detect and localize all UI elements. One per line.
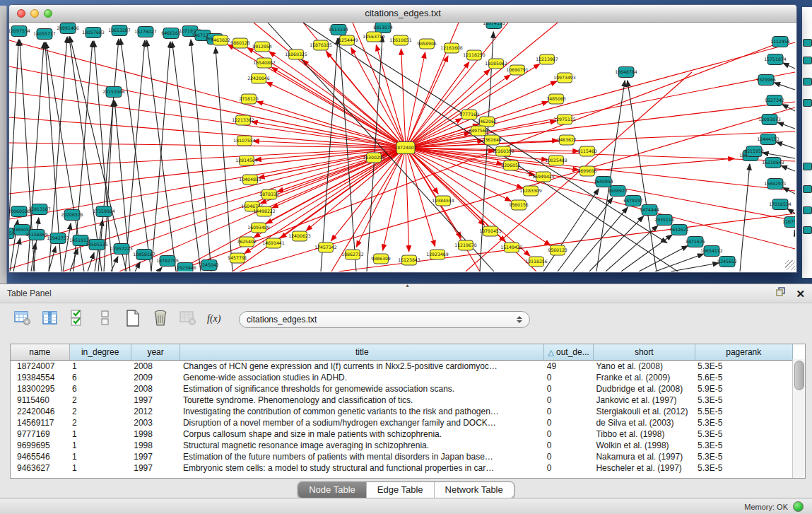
minimize-window-button[interactable] <box>30 9 39 18</box>
table-cell: 2012 <box>131 406 180 417</box>
table-cell: 1 <box>69 462 131 474</box>
tab-network-table[interactable]: Network Table <box>434 482 514 498</box>
graph-edge[interactable] <box>158 267 162 271</box>
table-selector-dropdown[interactable]: citations_edges.txt <box>239 311 530 328</box>
table-mode-button[interactable] <box>13 310 33 329</box>
network-graph[interactable]: 1209753414055717208914061805768310653287… <box>9 23 795 271</box>
network-canvas[interactable]: 1209753414055717208914061805768310653287… <box>9 23 796 271</box>
graph-node-label: 5878333 <box>259 192 279 197</box>
graph-edge[interactable] <box>151 42 170 271</box>
column-header-pagerank[interactable]: pagerank <box>695 344 793 361</box>
graph-edge[interactable] <box>125 40 145 271</box>
unselect-all-button[interactable] <box>95 310 115 329</box>
tab-edge-table[interactable]: Edge Table <box>366 482 434 498</box>
unselect-all-icon <box>100 310 110 329</box>
graph-edge[interactable] <box>777 122 795 129</box>
graph-node-label: 14691441 <box>262 240 285 245</box>
column-header-title[interactable]: title <box>180 344 544 361</box>
graph-edge[interactable] <box>147 40 176 271</box>
node-table-container: namein_degreeyeartitle△out_de...shortpag… <box>10 344 806 479</box>
table-cell: 0 <box>544 383 594 395</box>
graph-node-label: 12975115 <box>553 117 576 122</box>
graph-edge[interactable] <box>121 39 151 271</box>
zoom-window-button[interactable] <box>44 9 52 18</box>
table-row[interactable]: 946554611997Estimation of the future num… <box>11 451 793 462</box>
select-all-button[interactable] <box>68 310 88 329</box>
graph-node-label: 2718120 <box>239 96 259 101</box>
table-row[interactable]: 911546021997Tourette syndrome. Phenomeno… <box>11 395 793 406</box>
delete-table-button[interactable] <box>178 310 198 329</box>
close-window-button[interactable] <box>17 9 25 18</box>
graph-edge[interactable] <box>406 81 557 148</box>
graph-edge[interactable] <box>740 164 750 271</box>
graph-edge[interactable] <box>406 56 448 148</box>
table-row[interactable]: 1938455462009Genome-wide association stu… <box>11 372 793 383</box>
graph-edge[interactable] <box>596 81 625 271</box>
graph-edge[interactable] <box>33 218 39 271</box>
table-row[interactable]: 1830029562008Estimation of significance … <box>11 383 793 395</box>
graph-edge[interactable] <box>406 148 551 245</box>
graph-edge[interactable] <box>259 148 406 178</box>
table-scrollbar[interactable] <box>792 359 805 478</box>
column-header-name[interactable]: name <box>11 344 69 361</box>
graph-node-label: 9215958 <box>744 148 764 153</box>
network-window-titlebar[interactable]: citations_edges.txt <box>9 5 796 23</box>
table-row[interactable]: 946362711997Embryonic stem cells: a mode… <box>11 462 793 474</box>
column-header-in_degree[interactable]: in_degree <box>69 344 131 361</box>
graph-edge[interactable] <box>9 148 406 168</box>
show-column-button[interactable] <box>40 310 60 329</box>
select-all-icon <box>71 310 85 329</box>
resize-grip[interactable] <box>785 260 795 270</box>
graph-node-label: 19384554 <box>432 198 454 203</box>
graph-edge[interactable] <box>172 42 201 271</box>
table-row[interactable]: 2242004622012Investigating the contribut… <box>11 406 793 417</box>
table-scrollbar-thumb[interactable] <box>794 361 804 390</box>
graph-edge[interactable] <box>254 23 406 148</box>
new-column-button[interactable] <box>123 310 143 329</box>
table-row[interactable]: 969969511998Structural magnetic resonanc… <box>11 440 793 451</box>
tab-node-table[interactable]: Node Table <box>298 482 366 498</box>
graph-edge[interactable] <box>621 235 672 271</box>
table-cell: 14569117 <box>11 417 69 428</box>
graph-edge[interactable] <box>191 40 211 271</box>
graph-edge[interactable] <box>63 223 71 271</box>
column-header-out_de[interactable]: △out_de... <box>544 344 594 361</box>
delete-column-button[interactable] <box>151 310 170 329</box>
table-row[interactable]: 1456911722003Disruption of a novel membe… <box>11 417 793 428</box>
graph-edge[interactable] <box>406 52 425 148</box>
graph-edge[interactable] <box>787 209 795 214</box>
graph-edge[interactable] <box>406 148 409 252</box>
graph-edge[interactable] <box>671 263 719 271</box>
graph-edge[interactable] <box>774 83 795 90</box>
table-cell: Tourette syndrome. Phenomenology and cla… <box>180 395 544 406</box>
panel-drag-handle[interactable]: ▴ <box>406 282 409 288</box>
function-builder-button[interactable]: f(x) <box>206 310 225 329</box>
graph-edge[interactable] <box>543 189 599 271</box>
table-cell: 0 <box>544 406 594 417</box>
table-cell: 5.9E-5 <box>695 383 793 395</box>
graph-edge[interactable] <box>383 148 406 250</box>
graph-edge[interactable] <box>781 165 795 171</box>
graph-node-label: 7632621 <box>669 227 689 232</box>
graph-node-label: 16782759 <box>156 258 179 263</box>
graph-edge[interactable] <box>655 254 704 271</box>
graph-edge[interactable] <box>216 47 233 271</box>
graph-node-label: 10025488 <box>545 158 567 163</box>
column-header-short[interactable]: short <box>593 344 695 361</box>
graph-edge[interactable] <box>587 158 734 171</box>
close-panel-icon[interactable]: ✕ <box>796 288 805 299</box>
table-cell: 1 <box>69 440 131 451</box>
graph-edge[interactable] <box>406 42 795 148</box>
graph-edge[interactable] <box>776 142 795 148</box>
graph-edge[interactable] <box>794 230 795 232</box>
table-row[interactable]: 1872400712008Changes of HCN gene express… <box>11 361 793 373</box>
graph-node-label: 1640954 <box>594 179 613 184</box>
float-window-icon[interactable] <box>776 287 786 300</box>
graph-edge[interactable] <box>783 63 795 69</box>
graph-edge[interactable] <box>271 67 406 148</box>
graph-edge[interactable] <box>321 38 338 271</box>
graph-edge[interactable] <box>639 246 688 271</box>
column-header-year[interactable]: year <box>131 344 180 361</box>
table-row[interactable]: 977716911998Corpus callosum shape and si… <box>11 428 793 440</box>
graph-edge[interactable] <box>628 81 657 271</box>
